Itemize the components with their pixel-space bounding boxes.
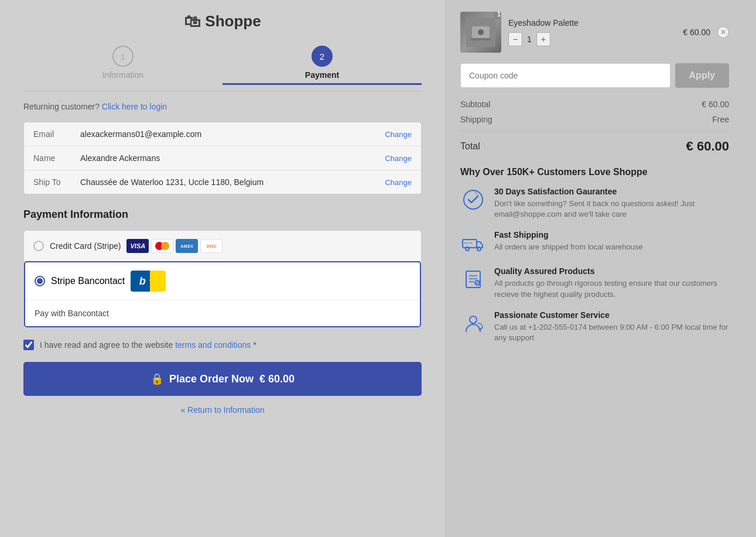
credit-card-radio[interactable]	[33, 241, 44, 251]
ship-to-row: Ship To Chaussée de Waterloo 1231, Uccle…	[24, 170, 421, 194]
payment-section-title: Payment Information	[23, 208, 422, 221]
support-title: Passionate Customer Service	[494, 310, 729, 320]
summary-divider	[460, 131, 729, 132]
step-information[interactable]: 1 Information	[23, 46, 223, 91]
visa-logo: VISA	[126, 239, 149, 253]
svg-point-6	[466, 247, 469, 251]
quality-icon	[460, 266, 486, 292]
svg-point-7	[477, 247, 481, 251]
subtotal-row: Subtotal € 60.00	[460, 100, 729, 109]
name-value: Alexandre Ackermans	[80, 153, 385, 163]
feature-quality: Quality Assured Products All products go…	[460, 266, 729, 299]
name-row: Name Alexandre Ackermans Change	[24, 146, 421, 170]
mastercard-logo	[151, 239, 173, 253]
step-1-circle: 1	[112, 46, 134, 67]
shipping-value: Free	[712, 115, 729, 124]
amex-logo: AMEX	[176, 239, 198, 253]
logo-icon: 🛍	[184, 12, 200, 31]
return-link-container: « Return to Information	[23, 405, 422, 415]
lock-icon: 🔒	[150, 372, 163, 385]
step-1-label: Information	[23, 70, 223, 80]
bancontact-radio[interactable]	[35, 276, 45, 286]
support-text: Passionate Customer Service Call us at +…	[494, 310, 729, 343]
terms-text: I have read and agree to the website ter…	[40, 340, 256, 350]
name-change-link[interactable]: Change	[385, 154, 412, 163]
logo: 🛍 Shoppe	[23, 12, 422, 31]
place-order-price: € 60.00	[259, 373, 295, 385]
bancontact-option[interactable]: Stripe Bancontact b ★ Pay with Bancontac…	[24, 261, 421, 327]
support-desc: Call us at +1-202-555-0174 between 9:00 …	[494, 322, 729, 343]
email-row: Email alexackermans01@example.com Change	[24, 122, 421, 146]
total-label: Total	[460, 141, 480, 152]
bancontact-logo-icon: b ★	[131, 271, 166, 292]
product-price: € 60.00	[683, 28, 710, 37]
terms-checkbox[interactable]	[23, 340, 34, 350]
email-change-link[interactable]: Change	[385, 130, 412, 139]
email-value: alexackermans01@example.com	[80, 129, 385, 139]
login-link[interactable]: Click here to login	[102, 102, 167, 111]
feature-support: Passionate Customer Service Call us at +…	[460, 310, 729, 343]
coupon-row: Apply	[460, 63, 729, 88]
return-to-information-link[interactable]: « Return to Information	[180, 405, 264, 415]
shipping-icon	[460, 230, 486, 256]
credit-card-option[interactable]: Credit Card (Stripe) VISA AMEX DISC	[24, 231, 421, 262]
svg-point-13	[470, 316, 477, 323]
email-label: Email	[33, 129, 80, 139]
quality-text: Quality Assured Products All products go…	[494, 266, 729, 299]
place-order-button[interactable]: 🔒 Place Order Now € 60.00	[23, 362, 422, 396]
payment-options-container: Credit Card (Stripe) VISA AMEX DISC Stri…	[23, 230, 422, 328]
guarantee-title: 30 Days Satisfaction Gaurantee	[494, 187, 729, 196]
bancontact-label: Stripe Bancontact	[51, 276, 125, 286]
bancontact-radio-inner	[37, 278, 43, 284]
returning-customer-text: Returning customer? Click here to login	[23, 102, 422, 111]
svg-point-2	[478, 29, 484, 35]
svg-rect-3	[471, 38, 491, 40]
total-value: € 60.00	[686, 139, 729, 154]
discover-logo: DISC	[200, 239, 223, 253]
step-2-circle: 2	[312, 46, 333, 67]
credit-card-label: Credit Card (Stripe)	[50, 241, 121, 251]
product-row: 1 Eyeshadow Palette − 1 + € 60.00 ✕	[460, 12, 729, 53]
total-row: Total € 60.00	[460, 139, 729, 154]
ship-to-label: Ship To	[33, 177, 80, 187]
ship-to-change-link[interactable]: Change	[385, 178, 412, 187]
why-title: Why Over 150K+ Customers Love Shoppe	[460, 167, 729, 177]
step-2-underline	[223, 83, 422, 85]
qty-value: 1	[527, 35, 532, 44]
product-name: Eyeshadow Palette	[508, 18, 676, 28]
product-remove-button[interactable]: ✕	[717, 26, 729, 38]
support-icon	[460, 310, 486, 336]
shipping-title: Fast Shipping	[494, 230, 643, 240]
logo-text: Shoppe	[205, 12, 261, 30]
svg-point-4	[464, 190, 483, 209]
quality-title: Quality Assured Products	[494, 266, 729, 276]
bancontact-body-text: Pay with Bancontact	[25, 300, 420, 326]
guarantee-icon	[460, 187, 486, 213]
ship-to-value: Chaussée de Waterloo 1231, Uccle 1180, B…	[80, 177, 385, 187]
terms-link[interactable]: terms and conditions	[175, 340, 251, 350]
coupon-apply-button[interactable]: Apply	[675, 63, 729, 88]
steps-divider	[23, 91, 422, 91]
guarantee-text: 30 Days Satisfaction Gaurantee Don't lik…	[494, 187, 729, 220]
checkout-steps: 1 Information 2 Payment	[23, 46, 422, 91]
shipping-label: Shipping	[460, 115, 492, 124]
quality-desc: All products go through rigorous testing…	[494, 278, 729, 299]
svg-rect-5	[463, 240, 477, 248]
right-panel: 1 Eyeshadow Palette − 1 + € 60.00 ✕ Appl…	[445, 0, 744, 537]
qty-increase-button[interactable]: +	[536, 32, 550, 46]
customer-info-table: Email alexackermans01@example.com Change…	[23, 122, 422, 194]
step-1-underline	[23, 83, 223, 85]
qty-decrease-button[interactable]: −	[508, 32, 522, 46]
feature-shipping: Fast Shipping All orders are shipped fro…	[460, 230, 729, 256]
subtotal-value: € 60.00	[702, 100, 729, 109]
shipping-text: Fast Shipping All orders are shipped fro…	[494, 230, 643, 252]
step-payment[interactable]: 2 Payment	[223, 46, 422, 91]
product-qty-controls: − 1 +	[508, 32, 676, 46]
product-thumbnail-svg	[466, 18, 495, 47]
product-image: 1	[460, 12, 501, 53]
feature-guarantee: 30 Days Satisfaction Gaurantee Don't lik…	[460, 187, 729, 220]
product-info: Eyeshadow Palette − 1 +	[508, 18, 676, 46]
name-label: Name	[33, 153, 80, 163]
coupon-input[interactable]	[460, 63, 671, 88]
guarantee-desc: Don't like something? Sent it back no qu…	[494, 199, 729, 220]
